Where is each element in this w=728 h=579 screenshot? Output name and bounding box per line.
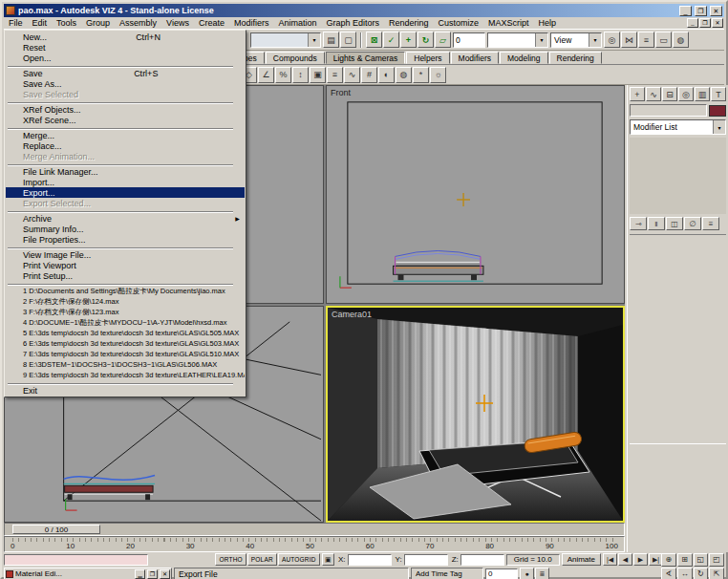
file-menu-item[interactable]: 9 E:\3ds temp\docsh 3d texture\docsh 3d … (6, 370, 245, 380)
zoom-extents-icon[interactable]: ◱ (694, 553, 709, 567)
file-menu-item[interactable]: 8 E:\3DSTEM~1\DOCSH3~1\DOCSH3~1\GLAS\GL5… (6, 359, 245, 370)
file-menu-item[interactable]: Print Setup... (6, 270, 245, 281)
quick-render-icon[interactable]: * (413, 67, 429, 83)
field-of-view-icon[interactable]: ∢ (661, 568, 676, 579)
file-menu-item[interactable]: Export Selected... (6, 198, 245, 208)
zoom-extents-all-icon[interactable]: ◰ (709, 553, 724, 567)
go-to-start-button[interactable]: |◀ (603, 553, 617, 566)
select-by-name-icon[interactable]: ▤ (323, 32, 339, 48)
menubar-item[interactable]: Customize (434, 17, 484, 29)
track-bar[interactable]: 0102030405060708090100 (4, 536, 625, 552)
create-tab[interactable]: + (630, 87, 645, 101)
pin-stack-button[interactable]: ⊸ (630, 217, 647, 230)
previous-frame-button[interactable]: ◀ (618, 553, 632, 566)
file-menu-item[interactable]: File Link Manager... (6, 166, 245, 177)
file-menu-item[interactable]: 1 D:\Documents and Settings\酷拉皮卡\My Docu… (6, 286, 245, 296)
align-icon[interactable]: ≡ (638, 32, 654, 48)
menubar-item[interactable]: Help (534, 17, 562, 29)
animate-button[interactable]: Animate (562, 553, 601, 566)
file-menu-item[interactable]: 5 E:\3ds temp\docsh 3d texture\docsh 3d … (6, 328, 245, 338)
scale-icon[interactable]: ▱ (435, 32, 451, 48)
file-menu-item[interactable]: Import... (6, 177, 245, 187)
minimize-button[interactable]: _ (679, 6, 692, 16)
menubar-item[interactable]: File (4, 17, 28, 29)
percent-snap-icon[interactable]: % (275, 67, 291, 83)
material-restore-button[interactable]: ❐ (147, 569, 158, 579)
file-menu-item[interactable]: View Image File... (6, 249, 245, 260)
hierarchy-tab[interactable]: ⊟ (662, 87, 677, 101)
panel-tab[interactable]: Compounds (266, 52, 325, 64)
file-menu-item[interactable]: File Properties... (6, 234, 245, 245)
file-menu-item[interactable]: 3 F:\存档文件\保存侧\123.max (6, 307, 245, 317)
menubar-item[interactable]: Rendering (384, 17, 434, 29)
min-max-toggle-icon[interactable]: ⇱ (709, 568, 724, 579)
display-tab[interactable]: ▥ (695, 87, 710, 101)
zoom-all-icon[interactable]: ⊞ (677, 553, 693, 567)
viewport-label-camera[interactable]: Camera01 (332, 310, 372, 319)
file-menu-item[interactable]: Exit (6, 385, 245, 396)
mirror-icon[interactable]: ⋈ (621, 32, 637, 48)
use-center-icon[interactable]: ◎ (604, 32, 620, 48)
panel-tab[interactable]: Modifiers (451, 52, 499, 64)
mdi-restore-button[interactable]: ❐ (699, 18, 711, 28)
modifier-stack-list[interactable] (630, 138, 726, 214)
selection-lock-icon[interactable]: ▣ (310, 67, 326, 83)
keyboard-override-icon[interactable]: ✓ (383, 32, 399, 48)
z-coordinate-input[interactable] (460, 554, 504, 566)
close-button[interactable]: ✕ (710, 6, 722, 16)
file-menu-item[interactable]: Archive ▶ (6, 213, 245, 224)
file-menu-item[interactable]: Export... (6, 187, 245, 198)
reference-coordsys-combo[interactable]: View ▾ (550, 32, 602, 48)
panel-tab[interactable]: Helpers (406, 52, 449, 64)
file-menu-item[interactable]: Merge... (6, 130, 245, 140)
material-editor-icon[interactable]: ◐ (378, 67, 395, 83)
transform-typein-combo[interactable]: ▾ (487, 32, 548, 48)
menubar-item[interactable]: Tools (52, 17, 81, 29)
configure-button[interactable]: ≡ (702, 217, 719, 230)
remove-modifier-button[interactable]: ∅ (684, 217, 701, 230)
modify-tab[interactable]: ∿ (646, 87, 661, 101)
autogrid-toggle[interactable]: AUTOGRID (278, 553, 320, 566)
spinner-snap-icon[interactable]: ↕ (292, 67, 309, 83)
pan-icon[interactable]: ↔ (677, 568, 693, 579)
file-menu-item[interactable]: XRef Scene... (6, 115, 245, 125)
arc-rotate-icon[interactable]: ↻ (694, 568, 709, 579)
x-coordinate-input[interactable] (348, 554, 392, 566)
viewport-front[interactable]: Front (326, 85, 625, 304)
viewport-camera[interactable]: Camera01 (326, 306, 625, 523)
mdi-minimize-button[interactable]: _ (687, 18, 698, 28)
render-last-icon[interactable]: ◍ (673, 32, 689, 48)
object-color-swatch[interactable] (709, 105, 726, 117)
render-scene-icon[interactable]: ◍ (396, 67, 412, 83)
file-menu-item[interactable]: Replace... (6, 140, 245, 151)
file-menu-item[interactable]: 4 D:\DOCUME~1\酷拉皮卡\MYDOCU~1\A-YJT\Model\… (6, 317, 245, 328)
set-key-icon[interactable]: ● (520, 568, 534, 579)
add-time-tag-button[interactable]: Add Time Tag (411, 568, 483, 579)
menubar-item[interactable]: Create (194, 17, 229, 29)
material-editor-minimized-window[interactable]: Material Edi... ▁ ❐ ✕ (4, 568, 172, 579)
show-end-result-button[interactable]: ‖ (648, 217, 665, 230)
material-close-button[interactable]: ✕ (160, 569, 170, 579)
file-menu-item[interactable]: Save Selected (6, 89, 245, 99)
transform-spinner[interactable]: 0 (453, 32, 485, 48)
viewport-label-front[interactable]: Front (331, 88, 351, 97)
file-menu-item[interactable]: XRef Objects... (6, 104, 245, 115)
time-slider[interactable]: 0 / 100 (4, 523, 625, 536)
schematic-view-icon[interactable]: # (361, 67, 377, 83)
polar-toggle[interactable]: POLAR (247, 553, 277, 566)
menubar-item[interactable]: Animation (273, 17, 321, 29)
modifier-list-combo[interactable]: Modifier List ▾ (630, 119, 726, 135)
menubar-item[interactable]: Views (161, 17, 194, 29)
light-icon[interactable]: ☼ (430, 67, 446, 83)
selection-filter-combo[interactable]: ▾ (250, 32, 321, 48)
menubar-item[interactable]: MAXScript (483, 17, 534, 29)
file-menu-item[interactable]: New... Ctrl+N (6, 32, 245, 42)
menubar-item[interactable]: Graph Editors (322, 17, 385, 29)
angle-snap-icon[interactable]: ∠ (258, 67, 274, 83)
make-unique-button[interactable]: ◫ (666, 217, 683, 230)
move-icon[interactable]: + (400, 32, 417, 48)
motion-tab[interactable]: ◎ (678, 87, 694, 101)
file-menu-item[interactable]: Open... (6, 53, 245, 63)
file-menu-item[interactable]: 7 E:\3ds temp\docsh 3d texture\docsh 3d … (6, 349, 245, 359)
panel-tab[interactable]: Lights & Cameras (326, 52, 406, 64)
